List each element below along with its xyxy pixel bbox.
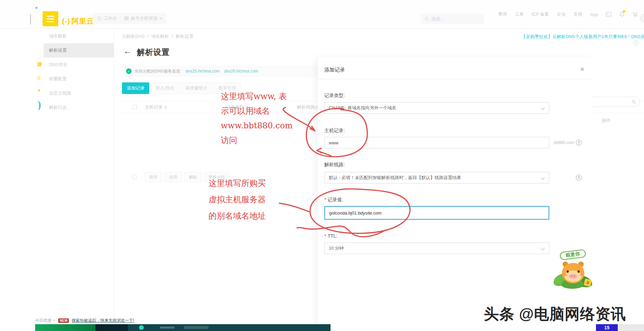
sidebar-item-dns-security[interactable]: DNS安全 <box>44 58 114 72</box>
nav-link-app[interactable]: App <box>590 12 598 17</box>
domain-suffix: .btt880.com <box>553 140 574 145</box>
annotation-line: 的别名域名地址 <box>209 208 266 224</box>
sidebar-artifact <box>37 62 42 66</box>
chevron-down-icon <box>53 320 56 321</box>
taskbar-segment-grey <box>618 324 644 331</box>
sidebar-item-label: DNS安全 <box>49 62 67 68</box>
close-icon[interactable]: ✕ <box>580 66 584 73</box>
request-stats-button[interactable]: 请求量统计 <box>181 82 212 94</box>
ticker-brand-label: 今日优选 <box>35 318 51 324</box>
mascot-sticker: 粽意你 亲 <box>552 251 595 290</box>
sidebar-item-weight-config[interactable]: 权重配置 <box>44 72 114 86</box>
annotation-line: 虚拟主机服务器 <box>209 191 266 208</box>
divider <box>89 15 90 22</box>
sidebar-item-custom-line[interactable]: 自定义线路 <box>44 86 114 100</box>
taskbar-segment-green <box>35 324 95 331</box>
sidebar-artifact <box>36 101 41 110</box>
mascot-tag-text: 亲 <box>585 280 590 286</box>
breadcrumb-cloud-dns[interactable]: 云解析DNS <box>122 33 144 40</box>
taskbar-icon <box>139 325 144 330</box>
ttl-value: 10 分钟 <box>329 245 344 251</box>
sidebar-item-domain-resolution[interactable]: 域名解析 <box>44 29 114 43</box>
all-resources-button[interactable]: 账号全部资源 <box>120 13 166 24</box>
logo-mark: (-) <box>62 17 70 25</box>
back-arrow-icon[interactable]: ← <box>123 46 132 56</box>
host-record-value: www <box>329 140 338 145</box>
nav-link-tickets[interactable]: 工单 <box>515 11 524 17</box>
sidebar-item-label: 域名解析 <box>49 33 67 39</box>
select-all-checkbox[interactable] <box>132 105 137 109</box>
record-type-select[interactable]: CNAME- 将域名指向另外一个域名 <box>324 102 549 114</box>
nav-link-billing[interactable]: 费用 <box>498 11 507 17</box>
record-value-input[interactable]: golconda.bj01.bdysite.com <box>324 206 549 220</box>
batch-enable-button[interactable]: 启用 <box>165 172 182 182</box>
sidebar-item-label: 权重配置 <box>49 76 67 82</box>
required-star: * <box>324 197 326 203</box>
dns-server-2: dns26.hichina.com <box>224 69 258 74</box>
help-icon[interactable]: ? <box>633 40 639 46</box>
annotation-note-host: 这里填写www, 表 示可以用域名 www.bbt880.com 访问 <box>221 89 293 148</box>
nav-link-support[interactable]: 支持 <box>573 11 582 17</box>
mascot-tag: 亲 <box>584 279 592 287</box>
ticker-brand[interactable]: 今日优选 <box>35 318 56 324</box>
grid-icon <box>124 16 129 21</box>
batch-delete-button[interactable]: 删除 <box>184 172 201 182</box>
record-type-value: CNAME- 将域名指向另外一个域名 <box>329 105 396 111</box>
annotation-note-value: 这里填写所购买 虚拟主机服务器 的别名域名地址 <box>209 175 266 224</box>
resolution-line-label: 解析线路: <box>324 162 345 168</box>
import-export-button[interactable]: 导入/导出 <box>151 82 179 94</box>
line-help-icon[interactable]: ? <box>576 175 582 180</box>
column-header-label: 主机记录 <box>145 104 163 110</box>
dns-server-banner: ✓ 当前分配的DNS服务器是: dns25.hichina.com dns26.… <box>122 65 334 77</box>
notification-dot <box>623 10 625 13</box>
hamburger-menu-icon[interactable] <box>43 11 58 26</box>
all-resources-label: 账号全部资源 <box>131 15 157 21</box>
ttl-select[interactable]: 10 分钟 <box>324 242 549 254</box>
resolution-line-select[interactable]: 默认 - 必填！未匹配到智能解析线路时，返回【默认】线路设置结果 <box>324 172 549 184</box>
chevron-down-icon <box>541 176 545 179</box>
chevron-down-icon <box>541 106 545 110</box>
sidebar-item-label: 自定义线路 <box>49 90 71 96</box>
mascot-ribbon-text: 粽意你 <box>565 251 580 259</box>
watermark-text: 头条 @电脑网络资讯 <box>484 304 626 324</box>
sidebar-item-resolution-settings[interactable]: 解析设置 <box>44 43 114 58</box>
workbench-label: 工作台 <box>104 15 117 21</box>
taskbar-segment-teal <box>128 324 331 331</box>
annotation-line: 示可以用域名 <box>221 104 293 119</box>
cloudshell-icon[interactable] <box>606 12 612 17</box>
ticker-link[interactable]: 搜索怕被追踪，快来无痕浏览一下! <box>72 318 134 324</box>
global-search-input[interactable] <box>431 16 476 21</box>
label-text: 记录类型: <box>324 93 345 99</box>
divider <box>318 79 592 79</box>
annotation-line: www.bbt880.com <box>221 119 293 133</box>
breadcrumb-domain-resolution[interactable]: 域名解析 <box>151 33 169 40</box>
host-record-input[interactable]: www <box>324 137 549 148</box>
home-icon <box>97 16 102 21</box>
batch-select-checkbox[interactable] <box>132 175 137 179</box>
nav-link-icp[interactable]: ICP 备案 <box>532 11 549 17</box>
label-text: TTL: <box>327 233 337 239</box>
breadcrumb: 云解析DNS / 域名解析 / 解析设置 <box>122 33 194 40</box>
annotation-line: 这里填写所购买 <box>209 175 266 191</box>
chevron-down-icon <box>159 18 162 19</box>
taskbar-segment-dark <box>95 324 128 331</box>
host-record-label: 主机记录: <box>324 128 345 134</box>
dns-server-1: dns25.hichina.com <box>186 69 220 74</box>
search-icon <box>424 16 429 21</box>
breadcrumb-current: 解析设置 <box>176 33 194 40</box>
sidebar-item-resolution-logs[interactable]: 解析日志 <box>44 100 114 115</box>
taskbar-text-blur <box>160 327 174 329</box>
batch-pause-button[interactable]: 暂停 <box>145 172 162 182</box>
record-value-text: golconda.bj01.bdysite.com <box>329 210 382 216</box>
notifications-bell-icon[interactable] <box>619 12 625 17</box>
column-header-host[interactable]: 主机记录 <box>145 104 167 110</box>
add-record-button[interactable]: 添加记录 <box>122 82 149 94</box>
cart-icon[interactable] <box>632 12 638 17</box>
global-search[interactable] <box>421 14 484 24</box>
workbench-button[interactable]: 工作台 <box>93 13 121 24</box>
record-type-label: 记录类型: <box>324 93 345 99</box>
sidebar-artifact <box>38 89 40 92</box>
sidebar-item-label: 解析设置 <box>49 47 67 53</box>
nav-link-enterprise[interactable]: 企业 <box>557 11 566 17</box>
host-help-icon[interactable]: ? <box>576 140 582 145</box>
